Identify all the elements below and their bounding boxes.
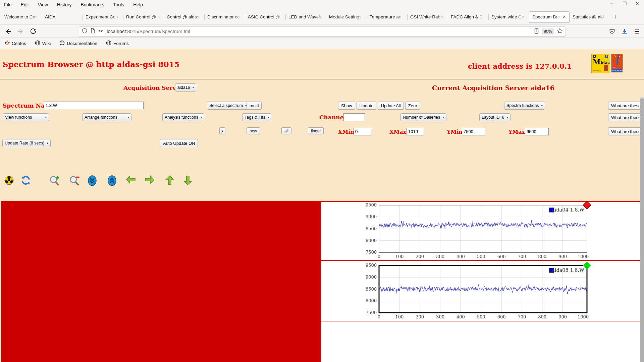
new-tab-button[interactable]: +: [610, 12, 620, 22]
collapse-y-icon[interactable]: [88, 175, 97, 187]
xmin-input[interactable]: [354, 128, 371, 135]
x-button[interactable]: x: [219, 127, 225, 134]
forward-icon[interactable]: [16, 27, 25, 36]
browser-tab-4[interactable]: Control @ aidas: [164, 11, 204, 23]
reload-icon[interactable]: [29, 27, 37, 36]
bookmark-documentation[interactable]: Documentation: [59, 40, 97, 47]
ymax-input[interactable]: [525, 128, 549, 135]
gallery-panel-aida04[interactable]: 7500800085009000950001002003004005006007…: [321, 202, 642, 260]
browser-tab-2[interactable]: Experiment Con: [83, 11, 123, 23]
auto-update-button[interactable]: Auto Update ON: [160, 139, 198, 147]
menu-edit[interactable]: Edit: [21, 2, 29, 7]
radiation-icon[interactable]: [4, 175, 14, 187]
zoom-level-badge[interactable]: 90%: [542, 28, 554, 35]
analysis-functions-select[interactable]: Analysis functions▾: [162, 113, 204, 121]
tab-title: System wide Ch: [491, 14, 526, 19]
tab-close-icon[interactable]: ✕: [561, 14, 566, 19]
linear-button[interactable]: linear: [308, 127, 324, 134]
menu-file[interactable]: File: [4, 2, 12, 7]
menu-view[interactable]: View: [38, 2, 48, 7]
bookmark-wiki[interactable]: Wiki: [35, 40, 51, 47]
menu-bookmarks[interactable]: Bookmarks: [80, 2, 104, 7]
new-button[interactable]: new: [247, 127, 260, 134]
browser-tab-3[interactable]: Run Control @ a: [123, 11, 164, 23]
close-button[interactable]: ✕: [634, 1, 641, 6]
window-controls: ─ ❐ ✕: [608, 1, 641, 6]
browser-tab-8[interactable]: Module Settings: [326, 11, 367, 23]
svg-text:100: 100: [395, 314, 404, 319]
browser-tab-6[interactable]: ASIC Control @: [245, 11, 285, 23]
svg-text:1000: 1000: [578, 314, 589, 319]
scrollbar-thumb[interactable]: [640, 98, 644, 362]
pocket-icon[interactable]: [608, 27, 616, 36]
all-button[interactable]: all: [281, 127, 291, 134]
maximize-button[interactable]: ❐: [621, 1, 628, 6]
tab-title: LED and Wavefo: [288, 14, 323, 19]
url-text[interactable]: localhost:8015/Spectrum/Spectrum.tml: [107, 29, 531, 34]
hamburger-menu-icon[interactable]: [633, 27, 641, 36]
refresh-icon[interactable]: [20, 175, 31, 187]
view-functions-select[interactable]: View functions▾: [3, 113, 49, 121]
multi-button[interactable]: multi: [247, 102, 262, 110]
browser-tab-11[interactable]: FADC Align & C: [448, 11, 488, 23]
menu-tools[interactable]: Tools: [113, 2, 124, 7]
browser-tab-14[interactable]: Statistics @ aid: [570, 11, 610, 23]
browser-tab-9[interactable]: Temperature an: [367, 11, 407, 23]
bookmark-star-icon[interactable]: [557, 28, 563, 35]
zoom-out-icon[interactable]: [69, 175, 80, 187]
layout-id-select[interactable]: Layout ID=8▾: [479, 113, 511, 121]
browser-tab-1[interactable]: AIDA: [42, 11, 83, 23]
ymin-input[interactable]: [462, 128, 485, 135]
gallery-panel-aida08[interactable]: 7500800085009000950001002003004005006007…: [321, 261, 642, 321]
spectrum-chart-aida08[interactable]: 7500800085009000950001002003004005006007…: [360, 264, 595, 321]
arrow-right-icon[interactable]: [145, 175, 155, 185]
what-are-these-button-1[interactable]: What are these?: [608, 102, 644, 110]
permissions-icon[interactable]: [98, 28, 104, 35]
zoom-in-icon[interactable]: [49, 175, 61, 187]
expand-y-icon[interactable]: [108, 175, 116, 187]
tags-fits-select[interactable]: Tags & Fits▾: [242, 113, 271, 121]
menu-bar: FileEditViewHistoryBookmarksToolsHelp: [0, 0, 644, 9]
arrow-up-icon[interactable]: [165, 175, 174, 187]
xmax-input[interactable]: [407, 128, 424, 135]
spectrum-chart-aida04[interactable]: 7500800085009000950001002003004005006007…: [360, 204, 595, 261]
browser-tab-12[interactable]: System wide Ch: [488, 11, 529, 23]
arrange-functions-select[interactable]: Arrange functions▾: [82, 113, 131, 121]
minimize-button[interactable]: ─: [608, 1, 615, 6]
spectrum-name-input[interactable]: [44, 102, 144, 109]
page-content: Spectrum Browser @ http aidas-gsi 8015 c…: [0, 49, 644, 362]
update-button[interactable]: Update: [357, 102, 377, 110]
svg-text:1000: 1000: [578, 254, 589, 259]
tab-title: Temperature an: [370, 14, 404, 19]
svg-text:600: 600: [497, 314, 506, 319]
channel-input[interactable]: [343, 113, 365, 121]
download-icon[interactable]: [620, 27, 629, 36]
back-icon[interactable]: [4, 27, 13, 36]
number-of-galleries-select[interactable]: Number of Galleries▾: [400, 113, 446, 121]
update-all-button[interactable]: Update All: [378, 102, 404, 110]
browser-tab-13[interactable]: Spectrum Bro✕: [529, 11, 570, 23]
legend-label: aida08 1.8.W: [552, 267, 584, 273]
page-info-icon[interactable]: [90, 28, 95, 35]
url-bar[interactable]: localhost:8015/Spectrum/Spectrum.tml 90%: [79, 26, 566, 37]
reader-mode-icon[interactable]: [534, 28, 539, 35]
what-are-these-button-3[interactable]: What are these?: [608, 127, 644, 135]
zero-button[interactable]: Zero: [405, 102, 420, 110]
arrow-down-icon[interactable]: [183, 175, 192, 187]
browser-tab-7[interactable]: LED and Wavefo: [285, 11, 326, 23]
update-rate-select[interactable]: Update Rate (8 secs)▾: [2, 139, 51, 147]
what-are-these-button-2[interactable]: What are these?: [608, 113, 644, 121]
menu-history[interactable]: History: [57, 2, 72, 7]
arrow-left-icon[interactable]: [126, 175, 136, 185]
browser-tab-0[interactable]: Welcome to Cen: [1, 11, 42, 23]
bookmark-centos[interactable]: Centos: [5, 40, 26, 46]
show-button[interactable]: Show: [338, 102, 355, 110]
svg-text:7500: 7500: [366, 310, 377, 315]
browser-tab-10[interactable]: GSI White Rabb: [407, 11, 448, 23]
select-a-spectrum-select[interactable]: Select a spectrum▾: [207, 102, 249, 110]
menu-help[interactable]: Help: [133, 2, 143, 7]
browser-tab-5[interactable]: Discriminator co: [204, 11, 245, 23]
acquisition-server-select[interactable]: aida16▾: [175, 83, 196, 92]
spectra-functions-select[interactable]: Spectra functions▾: [504, 102, 545, 110]
bookmark-forums[interactable]: Forums: [106, 40, 129, 47]
